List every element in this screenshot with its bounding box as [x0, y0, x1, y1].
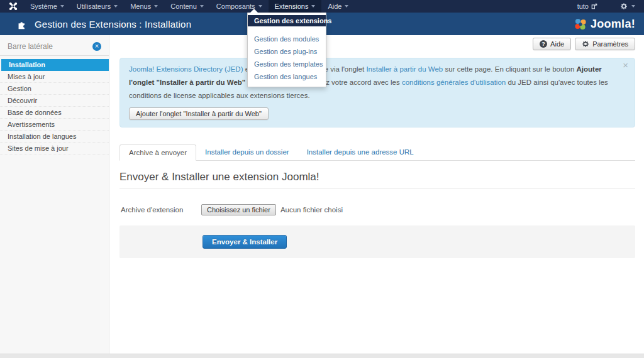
- page-title-wrap: Gestion des Extensions : Installation: [0, 19, 191, 30]
- menu-label: Système: [30, 0, 57, 13]
- menu-utilisateurs[interactable]: Utilisateurs: [70, 0, 124, 13]
- chevron-down-icon: [114, 5, 118, 8]
- user-name: tuto: [577, 3, 589, 10]
- menu-label: Extensions: [275, 0, 309, 13]
- menu-aide[interactable]: Aide: [321, 0, 355, 13]
- menu-label: Utilisateurs: [77, 0, 111, 13]
- menu-label: Menus: [130, 0, 151, 13]
- gear-icon: [620, 3, 628, 10]
- footer-strip: [0, 354, 644, 358]
- sidebar-item-mises-a-jour[interactable]: Mises à jour: [0, 71, 109, 83]
- dropdown-item-gestion-des-extensions[interactable]: Gestion des extensions: [248, 15, 326, 26]
- menu-menus[interactable]: Menus: [124, 0, 164, 13]
- install-from-web-link[interactable]: Installer à partir du Web: [366, 65, 443, 73]
- options-button-label: Paramètres: [592, 40, 628, 48]
- sidebar-title: Barre latérale: [8, 42, 53, 51]
- dropdown-item-gestion-des-templates[interactable]: Gestion des templates: [248, 58, 326, 70]
- puzzle-icon: [17, 19, 28, 30]
- install-tabs: Archive à envoyer Installer depuis un do…: [119, 144, 635, 161]
- chevron-down-icon: [311, 5, 315, 8]
- help-icon: ?: [540, 40, 547, 48]
- user-menu[interactable]: tuto: [572, 0, 602, 13]
- admin-top-bar: Système Utilisateurs Menus Contenu Compo…: [0, 0, 644, 13]
- topbar-spacer: [355, 0, 572, 13]
- menu-label: Composants: [216, 0, 255, 13]
- tab-archive-a-envoyer[interactable]: Archive à envoyer: [119, 144, 196, 161]
- add-install-from-web-tab-button[interactable]: Ajouter l'onglet "Installer à partir du …: [129, 107, 269, 120]
- menu-extensions[interactable]: Extensions: [269, 0, 322, 13]
- menu-label: Aide: [328, 0, 341, 13]
- chevron-down-icon: [200, 5, 204, 8]
- chevron-down-icon: [631, 5, 635, 8]
- sidebar-item-gestion[interactable]: Gestion: [0, 83, 109, 95]
- menu-label: Contenu: [170, 0, 197, 13]
- options-button[interactable]: Paramètres: [575, 38, 635, 50]
- sidebar-item-avertissements[interactable]: Avertissements: [0, 119, 109, 131]
- jed-notice: × Joomla! Extensions Directory (JED) est…: [119, 58, 635, 127]
- gear-icon: [582, 40, 589, 48]
- settings-menu[interactable]: [616, 0, 644, 13]
- choose-file-button[interactable]: Choisissez un fichier: [201, 204, 276, 215]
- tab-installer-depuis-une-adresse-url[interactable]: Installer depuis une adresse URL: [298, 144, 423, 161]
- chevron-down-icon: [258, 5, 262, 8]
- file-status-text: Aucun fichier choisi: [280, 206, 343, 214]
- terms-link[interactable]: conditions générales d'utilisation: [402, 79, 506, 86]
- section-heading: Envoyer & Installer une extension Joomla…: [119, 171, 635, 183]
- joomla-logo-icon: [574, 17, 587, 31]
- chevron-down-icon: [345, 5, 348, 8]
- menu-systeme[interactable]: Système: [24, 0, 70, 13]
- top-menu: Système Utilisateurs Menus Contenu Compo…: [24, 0, 355, 13]
- chevron-down-icon: [154, 5, 158, 8]
- joomla-logo-text: Joomla!: [591, 18, 635, 31]
- upload-install-button[interactable]: Envoyer & Installer: [203, 235, 287, 249]
- sidebar: Barre latérale × Installation Mises à jo…: [0, 35, 109, 354]
- dropdown-item-gestion-des-modules[interactable]: Gestion des modules: [248, 33, 326, 45]
- divider: [119, 188, 635, 189]
- jed-notice-text: Joomla! Extensions Directory (JED) est m…: [129, 63, 616, 102]
- jed-link[interactable]: Joomla! Extensions Directory (JED): [129, 65, 243, 73]
- submit-toolbar: Envoyer & Installer: [119, 225, 635, 258]
- menu-composants[interactable]: Composants: [210, 0, 269, 13]
- close-icon[interactable]: ×: [623, 61, 628, 70]
- extension-archive-row: Archive d'extension Choisissez un fichie…: [121, 204, 635, 215]
- main-content: × Joomla! Extensions Directory (JED) est…: [109, 35, 644, 354]
- page-title: Gestion des Extensions : Installation: [35, 19, 191, 30]
- external-link-icon: [591, 3, 597, 9]
- sidebar-item-installation-de-langues[interactable]: Installation de langues: [0, 131, 109, 143]
- tab-installer-depuis-un-dossier[interactable]: Installer depuis un dossier: [196, 144, 298, 161]
- sidebar-close-icon[interactable]: ×: [92, 42, 101, 51]
- sidebar-menu: Installation Mises à jour Gestion Découv…: [0, 59, 109, 155]
- sidebar-header: Barre latérale ×: [0, 35, 109, 56]
- help-button[interactable]: ? Aide: [533, 38, 571, 50]
- extension-archive-label: Archive d'extension: [121, 206, 201, 214]
- file-input: Choisissez un fichier Aucun fichier choi…: [201, 204, 343, 215]
- help-button-label: Aide: [550, 40, 564, 48]
- toolbar: ? Aide Paramètres: [533, 38, 635, 50]
- sidebar-item-installation[interactable]: Installation: [1, 59, 109, 71]
- sidebar-item-base-de-donnees[interactable]: Base de données: [0, 107, 109, 119]
- joomla-emblem-icon: [0, 0, 24, 13]
- joomla-logo: Joomla!: [574, 17, 644, 31]
- extensions-dropdown: Gestion des extensions Gestion des modul…: [247, 13, 326, 87]
- dropdown-item-gestion-des-langues[interactable]: Gestion des langues: [248, 70, 326, 83]
- menu-contenu[interactable]: Contenu: [164, 0, 210, 13]
- sidebar-item-decouvrir[interactable]: Découvrir: [0, 95, 109, 107]
- notice-text: sur cette page. En cliquant sur le bouto…: [443, 65, 576, 73]
- dropdown-item-gestion-des-plugins[interactable]: Gestion des plug-ins: [248, 45, 326, 58]
- sidebar-item-sites-de-mise-a-jour[interactable]: Sites de mise à jour: [0, 143, 109, 155]
- chevron-down-icon: [60, 5, 64, 8]
